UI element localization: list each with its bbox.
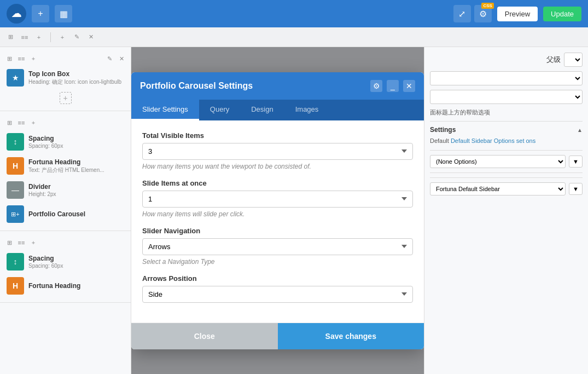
help-text: 面标题上方的帮助选项 — [430, 108, 583, 117]
fuji-select[interactable] — [564, 53, 583, 67]
add-item-btn-1[interactable]: + — [60, 92, 72, 104]
grid-ctrl3-icon[interactable]: ≡≡ — [16, 238, 26, 248]
settings-modal-icon[interactable]: ⚙ — [370, 80, 382, 92]
section-controls-3: ⊞ ≡≡ + — [0, 235, 131, 250]
close-button[interactable]: Close — [131, 323, 278, 349]
spacing1-text: Spacing Spacing: 60px — [28, 135, 63, 149]
second-toolbar: ⊞ ≡≡ + + ✎ ✕ — [0, 27, 588, 47]
sidebar-select-row: Fortuna Default Sidebar ▼ — [430, 182, 583, 195]
total-visible-label: Total Visible Items — [142, 131, 413, 140]
spacing2-icon: ↕ — [7, 253, 24, 271]
modal: Portfolio Carousel Settings ⚙ _ ✕ Slider… — [131, 72, 424, 349]
slide-items-select[interactable]: 1 2 3 4 — [142, 191, 413, 208]
help-text-row: 面标题上方的帮助选项 — [430, 108, 583, 117]
top-toolbar: ☁ + ▦ ⤢ ⚙ CSS Preview Update — [0, 0, 588, 27]
grid-ctrl2-icon[interactable]: ≡≡ — [16, 118, 26, 128]
close-ctrl-icon[interactable]: ✕ — [117, 54, 126, 64]
tab-design[interactable]: Design — [240, 100, 284, 120]
slider-nav-label: Slider Navigation — [142, 227, 413, 235]
top-select2-row — [430, 90, 583, 104]
top-select-row — [430, 71, 583, 85]
logo: ☁ — [7, 4, 26, 24]
move-icon[interactable]: ⊞ — [5, 32, 15, 42]
save-changes-button[interactable]: Save changes — [278, 323, 424, 349]
right-panel: 父级 面标题上方的帮助选项 Settings ▲ — [424, 47, 588, 374]
fortuna-heading-icon: H — [7, 157, 24, 175]
move-ctrl2-icon[interactable]: ⊞ — [4, 118, 14, 128]
preview-button[interactable]: Preview — [497, 7, 538, 21]
tab-query[interactable]: Query — [199, 100, 240, 120]
minimize-modal-icon[interactable]: _ — [387, 80, 399, 92]
add-ctrl3-icon[interactable]: + — [28, 238, 38, 248]
sidebar-item-fortuna-heading-2[interactable]: H Fortuna Heading — [0, 274, 131, 298]
sidebar-item-divider[interactable]: — Divider Height: 2px — [0, 178, 131, 202]
close-modal-icon[interactable]: ✕ — [403, 80, 415, 92]
top-icon-box-title: Top Icon Box — [28, 70, 121, 78]
spacing1-sub: Spacing: 60px — [28, 143, 63, 149]
fuji-row: 父级 — [430, 53, 583, 67]
sidebar-section-2: ⊞ ≡≡ + ↕ Spacing Spacing: 60px H Fortuna… — [0, 111, 131, 231]
add-ctrl2-icon[interactable]: + — [28, 118, 38, 128]
arrows-pos-select[interactable]: Side Bottom Inside — [142, 286, 413, 303]
fortuna-sidebar-select[interactable]: Fortuna Default Sidebar — [430, 182, 566, 195]
slide-items-label: Slide Items at once — [142, 179, 413, 187]
layout-button[interactable]: ▦ — [55, 5, 72, 22]
add-ctrl-icon[interactable]: + — [28, 54, 38, 64]
total-visible-select[interactable]: 3 1 2 4 5 — [142, 143, 413, 160]
modal-header: Portfolio Carousel Settings ⚙ _ ✕ — [131, 72, 424, 100]
edit-ctrl-icon[interactable]: ✎ — [104, 54, 114, 64]
arrows-pos-label: Arrows Position — [142, 274, 413, 283]
portfolio-carousel-icon: ⊞+ — [7, 205, 24, 223]
grid-ctrl-icon[interactable]: ≡≡ — [16, 54, 26, 64]
fortuna-heading-sub: Text: 产品介绍 HTML Elemen... — [28, 166, 104, 174]
section-controls-2: ⊞ ≡≡ + — [0, 116, 131, 130]
sidebar-section-1: ⊞ ≡≡ + ✎ ✕ ★ Top Icon Box Heading: 确定 Ic… — [0, 47, 131, 111]
divider-text: Divider Height: 2px — [28, 183, 56, 197]
fortuna-heading2-title: Fortuna Heading — [28, 282, 80, 290]
tab-images[interactable]: Images — [284, 100, 330, 120]
spacing2-sub: Spacing: 60px — [28, 263, 63, 269]
sidebar-options-link[interactable]: Default Sidebar Options set ons — [451, 137, 535, 144]
plus2-icon[interactable]: + — [57, 32, 67, 42]
none-option-row: (None Options) ▼ — [430, 155, 583, 168]
field-slider-navigation: Slider Navigation Arrows Dots Both None … — [142, 227, 413, 266]
grid-icon[interactable]: ≡≡ — [20, 32, 30, 42]
fortuna-heading2-text: Fortuna Heading — [28, 282, 80, 290]
settings-label: Settings — [430, 126, 456, 134]
add-button[interactable]: + — [32, 5, 49, 22]
expand-arrow[interactable]: ▲ — [577, 127, 583, 133]
move-ctrl-icon[interactable]: ⊞ — [4, 54, 14, 64]
field-total-visible-items: Total Visible Items 3 1 2 4 5 How many i… — [142, 131, 413, 170]
top-icon-box-text: Top Icon Box Heading: 确定 Icon: icon icon… — [28, 70, 121, 86]
slider-nav-hint: Select a Navigation Type — [142, 258, 413, 266]
sidebar-options-text: Default Default Sidebar Options set ons — [430, 137, 583, 145]
top-icon-box-sub: Heading: 确定 Icon: icon icon-lightbulb — [28, 78, 121, 86]
close-icon[interactable]: ✕ — [86, 32, 96, 42]
plus-icon[interactable]: + — [34, 32, 44, 42]
sidebar-item-spacing-2[interactable]: ↕ Spacing Spacing: 60px — [0, 250, 131, 274]
move-ctrl3-icon[interactable]: ⊞ — [4, 238, 14, 248]
tab-slider-settings[interactable]: Slider Settings — [131, 100, 199, 120]
slide-items-hint: How many items will slide per click. — [142, 210, 413, 218]
update-button[interactable]: Update — [543, 7, 581, 21]
field-arrows-position: Arrows Position Side Bottom Inside — [142, 274, 413, 303]
sidebar-select-box: Fortuna Default Sidebar ▼ — [430, 182, 583, 195]
sidebar-item-fortuna-heading[interactable]: H Fortuna Heading Text: 产品介绍 HTML Elemen… — [0, 154, 131, 178]
sidebar-item-spacing-1[interactable]: ↕ Spacing Spacing: 60px — [0, 130, 131, 154]
sidebar-item-portfolio-carousel[interactable]: ⊞+ Portfolio Carousel — [0, 202, 131, 226]
fortuna-sidebar-btn[interactable]: ▼ — [569, 183, 583, 195]
slider-nav-select[interactable]: Arrows Dots Both None — [142, 238, 413, 255]
none-option-btn[interactable]: ▼ — [569, 156, 583, 168]
divider-sub: Height: 2px — [28, 191, 56, 197]
sidebar-item-top-icon-box[interactable]: ★ Top Icon Box Heading: 确定 Icon: icon ic… — [0, 66, 131, 90]
fullscreen-button[interactable]: ⤢ — [453, 5, 471, 22]
top-icon-box-icon: ★ — [7, 69, 24, 87]
modal-header-icons: ⚙ _ ✕ — [370, 80, 415, 92]
edit-icon[interactable]: ✎ — [72, 32, 81, 42]
top-select-2[interactable] — [430, 90, 583, 104]
none-option-select[interactable]: (None Options) — [430, 155, 566, 168]
fortuna-heading2-icon: H — [7, 277, 24, 295]
top-select-1[interactable] — [430, 71, 583, 85]
spacing2-text: Spacing Spacing: 60px — [28, 255, 63, 269]
section-controls-1: ⊞ ≡≡ + ✎ ✕ — [0, 51, 131, 66]
